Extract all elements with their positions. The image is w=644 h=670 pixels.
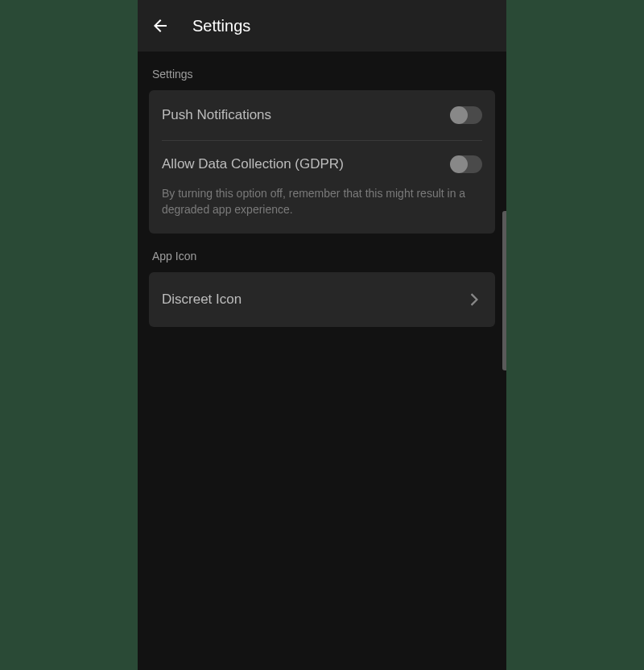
discreet-icon-label: Discreet Icon: [162, 292, 242, 308]
gdpr-label: Allow Data Collection (GDPR): [162, 156, 344, 172]
gdpr-toggle[interactable]: [452, 155, 482, 173]
section-label-settings: Settings: [149, 52, 495, 90]
settings-card: Push Notifications Allow Data Collection…: [149, 90, 495, 234]
section-label-appicon: App Icon: [149, 234, 495, 272]
header-bar: Settings: [138, 0, 506, 52]
gdpr-block: Allow Data Collection (GDPR) By turning …: [149, 141, 495, 234]
chevron-right-icon: [466, 292, 482, 308]
app-screen: Settings Settings Push Notifications All…: [138, 0, 506, 670]
push-notifications-row: Push Notifications: [149, 90, 495, 140]
push-notifications-label: Push Notifications: [162, 107, 271, 123]
gdpr-row: Allow Data Collection (GDPR): [149, 144, 495, 180]
gdpr-description: By turning this option off, remember tha…: [149, 180, 495, 234]
discreet-icon-row[interactable]: Discreet Icon: [149, 272, 495, 327]
page-title: Settings: [192, 17, 250, 35]
content-area: Settings Push Notifications Allow Data C…: [138, 52, 506, 327]
push-notifications-toggle[interactable]: [452, 106, 482, 124]
toggle-thumb: [450, 155, 468, 173]
arrow-left-icon: [151, 16, 170, 35]
toggle-thumb: [450, 106, 468, 124]
back-button[interactable]: [151, 16, 170, 35]
scrollbar[interactable]: [502, 211, 506, 370]
appicon-card: Discreet Icon: [149, 272, 495, 327]
